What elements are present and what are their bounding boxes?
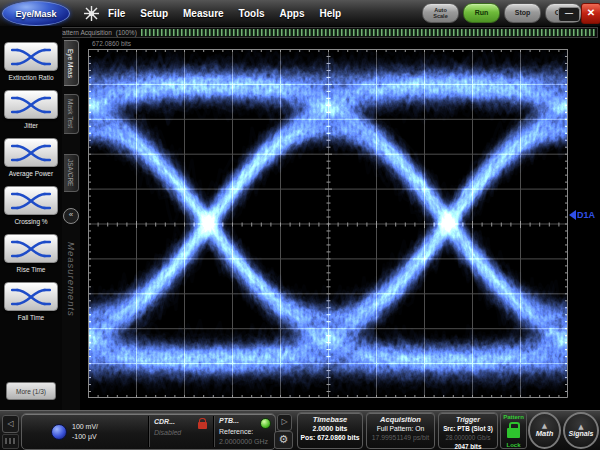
channel-marker-label: D1A (577, 210, 595, 220)
trigger-rate: 28.000000 Gb/s (439, 433, 497, 442)
scroll-left-button[interactable]: ◁ (2, 415, 19, 433)
progress-label: Pattern Acquisition (56, 29, 114, 36)
extinction-ratio-icon (11, 47, 51, 67)
timebase-title: Timebase (298, 415, 362, 424)
eye-mask-app-button[interactable]: Eye/Mask (2, 1, 70, 26)
channel-settings-panel[interactable]: 100 mV/ -100 µV CDR... Disabled PTB... R… (21, 413, 276, 450)
measurement-buttons: Extinction Ratio Jitter Average Power Cr… (1, 42, 61, 330)
trigger-source: Src: PTB (Slot 3) (439, 424, 497, 433)
jitter-icon (11, 95, 51, 115)
menu-file[interactable]: File (108, 8, 125, 19)
menu-apps[interactable]: Apps (280, 8, 305, 19)
scroll-right-button[interactable]: ▷ (277, 414, 292, 431)
math-button[interactable]: ▲ Math (528, 412, 561, 449)
menu-setup[interactable]: Setup (140, 8, 168, 19)
progress-fill (141, 29, 595, 36)
measurement-sidebar: Extinction Ratio Jitter Average Power Cr… (0, 26, 62, 410)
pattern-lock-line2: Lock (501, 441, 526, 449)
brightness-icon[interactable] (84, 6, 99, 21)
menu-measure[interactable]: Measure (183, 8, 224, 19)
extinction-ratio-button[interactable] (4, 42, 58, 71)
left-triangle-icon (569, 210, 576, 220)
channel-1a-indicator (51, 424, 67, 440)
timebase-scale: 2.0000 bits (298, 424, 362, 433)
tabs: Eye MeasMask TestJSA/CRE (62, 38, 80, 192)
channel-ground-marker[interactable]: D1A (569, 210, 595, 220)
progress-percent: (100%) (114, 29, 139, 36)
more-measurements-button[interactable]: More (1/3) (6, 382, 56, 400)
cdr-lock-icon (198, 422, 207, 429)
measurement-button-label: Extinction Ratio (1, 74, 61, 81)
minimize-button[interactable]: — (558, 7, 580, 22)
acquisition-title: Acquisition (367, 415, 434, 424)
rise-time-icon (11, 239, 51, 259)
ptb-reference-label: Reference: (219, 427, 253, 436)
pattern-lock-indicator[interactable]: Pattern Lock (500, 412, 527, 449)
signals-button-label: Signals (569, 430, 594, 437)
titlebar: Eye/Mask FileSetupMeasureToolsAppsHelp A… (0, 0, 600, 27)
signals-button[interactable]: ▲ Signals (563, 412, 599, 449)
measurement-button-label: Crossing % (1, 218, 61, 225)
ptb-reference-value: 2.0000000 GHz (219, 437, 268, 446)
run-button[interactable]: Run (463, 3, 500, 23)
crossing-icon (11, 191, 51, 211)
gear-icon[interactable]: ⚙ (274, 431, 293, 449)
close-button[interactable]: ✕ (581, 3, 600, 24)
pattern-lock-icon (507, 428, 520, 438)
waveform-display: 672.0860 bits D1A (80, 38, 600, 410)
layout-grid-icon[interactable] (2, 434, 19, 449)
tab-eye-meas[interactable]: Eye Meas (64, 40, 79, 86)
measurement-button-label: Rise Time (1, 266, 61, 273)
tab-jsa-cre[interactable]: JSA/CRE (64, 154, 79, 192)
measurements-strip-label: Measurements (66, 242, 77, 317)
cdr-title: CDR... (154, 417, 175, 426)
trigger-panel[interactable]: Trigger Src: PTB (Slot 3) 28.000000 Gb/s… (438, 412, 498, 449)
stop-button[interactable]: Stop (504, 3, 541, 23)
average-power-icon (11, 143, 51, 163)
jitter-button[interactable] (4, 90, 58, 119)
menu-help[interactable]: Help (320, 8, 342, 19)
fall-time-button[interactable] (4, 282, 58, 311)
menu-bar: FileSetupMeasureToolsAppsHelp (108, 0, 341, 26)
panel-divider (148, 416, 149, 447)
channel-scale: 100 mV/ (72, 422, 98, 431)
tab-mask-test[interactable]: Mask Test (64, 94, 79, 134)
trigger-title: Trigger (439, 415, 497, 424)
fall-time-icon (11, 287, 51, 307)
collapse-sidebar-button[interactable]: « (63, 208, 79, 224)
ptb-title: PTB... (219, 416, 239, 425)
acquisition-panel[interactable]: Acquisition Full Pattern: On 17.99951149… (366, 412, 435, 449)
sidebar-tabstrip: Eye MeasMask TestJSA/CRE « Measurements (62, 38, 80, 410)
math-button-label: Math (536, 429, 554, 438)
measurement-button-label: Jitter (1, 122, 61, 129)
ptb-status-led (260, 418, 271, 429)
pattern-lock-line1: Pattern (501, 413, 526, 421)
eye-diagram-canvas[interactable] (88, 49, 568, 398)
timebase-position-readout: 672.0860 bits (92, 40, 131, 47)
measurement-button-label: Average Power (1, 170, 61, 177)
channel-offset: -100 µV (72, 432, 97, 441)
auto-scale-button[interactable]: AutoScale (422, 3, 459, 23)
average-power-button[interactable] (4, 138, 58, 167)
crossing--button[interactable] (4, 186, 58, 215)
acquisition-mode: Full Pattern: On (367, 424, 434, 433)
cdr-status: Disabled (154, 428, 181, 437)
timebase-panel[interactable]: Timebase 2.0000 bits Pos: 672.0860 bits (297, 412, 363, 449)
bottom-control-bar: ◁ 100 mV/ -100 µV CDR... Disabled PTB...… (0, 410, 600, 450)
timebase-position: Pos: 672.0860 bits (298, 433, 362, 442)
acquisition-rate: 17.99951149 ps/bit (367, 433, 434, 442)
menu-tools[interactable]: Tools (239, 8, 265, 19)
pattern-acquisition-bar: Pattern Acquisition (100%) (55, 27, 598, 38)
trigger-bits: 2047 bits (439, 442, 497, 450)
app-button-label: Eye/Mask (15, 9, 56, 19)
panel-divider (213, 416, 214, 447)
rise-time-button[interactable] (4, 234, 58, 263)
measurement-button-label: Fall Time (1, 314, 61, 321)
